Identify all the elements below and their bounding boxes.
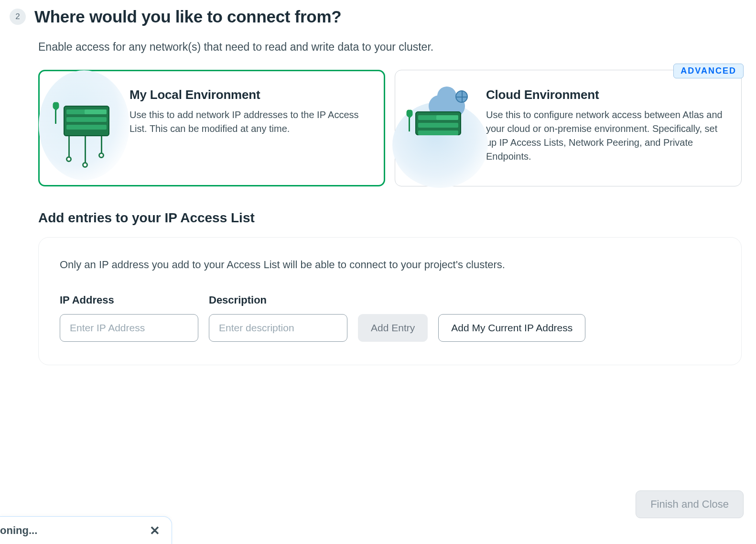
ip-form-row: IP Address Description Add Entry Add My … <box>60 294 720 342</box>
ip-access-note: Only an IP address you add to your Acces… <box>60 259 720 271</box>
ip-address-label: IP Address <box>60 294 198 306</box>
footer: Finish and Close ioning... ✕ <box>0 491 756 544</box>
description-label: Description <box>209 294 347 306</box>
card-cloud-environment[interactable]: ADVANCED Cloud Environment Use this to c… <box>395 70 742 186</box>
advanced-badge: ADVANCED <box>673 64 744 78</box>
description-input[interactable] <box>209 314 347 342</box>
environment-cards: My Local Environment Use this to add net… <box>38 70 742 186</box>
card-local-title: My Local Environment <box>130 87 371 102</box>
finish-and-close-button[interactable]: Finish and Close <box>636 490 744 518</box>
card-local-desc: Use this to add network IP addresses to … <box>130 108 371 136</box>
local-environment-illustration <box>50 87 117 169</box>
close-icon[interactable]: ✕ <box>150 524 160 537</box>
step-number-badge: 2 <box>10 9 26 25</box>
ip-access-panel: Only an IP address you add to your Acces… <box>38 237 742 365</box>
ip-address-input[interactable] <box>60 314 198 342</box>
step-subtitle: Enable access for any network(s) that ne… <box>38 41 742 54</box>
step-header: 2 Where would you like to connect from? <box>10 7 742 26</box>
card-local-environment[interactable]: My Local Environment Use this to add net… <box>38 70 385 186</box>
add-entry-button[interactable]: Add Entry <box>358 314 428 342</box>
provisioning-toast: ioning... ✕ <box>0 516 172 544</box>
add-current-ip-button[interactable]: Add My Current IP Address <box>438 314 585 342</box>
card-cloud-desc: Use this to configure network access bet… <box>486 108 728 163</box>
globe-icon <box>455 90 468 103</box>
card-cloud-title: Cloud Environment <box>486 87 728 102</box>
step-title: Where would you like to connect from? <box>34 7 341 26</box>
cloud-environment-illustration <box>407 87 474 169</box>
toast-text: ioning... <box>0 524 37 537</box>
ip-access-list-title: Add entries to your IP Access List <box>38 210 742 226</box>
